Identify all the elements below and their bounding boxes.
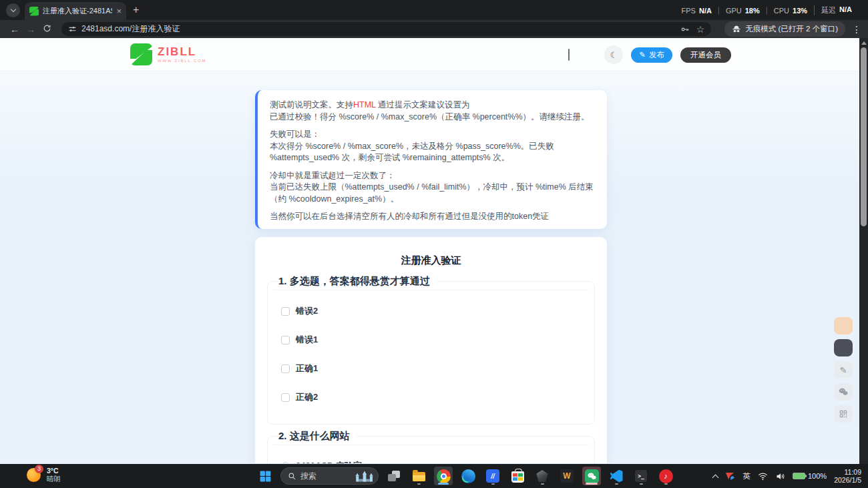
netease-music-button[interactable]: ♪ — [656, 467, 675, 485]
start-button[interactable] — [256, 467, 274, 485]
publish-button[interactable]: ✎ 发布 — [631, 47, 672, 63]
question-1: 1. 多选题，答案都得悬赏才算通过 错误2 错误1 正确1 正确2 — [267, 275, 595, 425]
system-tray: 英 100% 11:09 2026/1/5 — [713, 464, 861, 488]
microsoft-store-button[interactable] — [508, 467, 527, 485]
search-highlight-image[interactable] — [354, 471, 375, 482]
folder-icon — [413, 472, 425, 481]
notice-text: 已通过校验！得分 %score% / %max_score%（正确率 %perc… — [270, 112, 590, 121]
q2-option-1[interactable]: 2481ASD 实验室 — [281, 460, 581, 463]
verification-form-card: 注册准入验证 1. 多选题，答案都得悬赏才算通过 错误2 错误1 正确1 正确2… — [255, 237, 607, 463]
checkbox[interactable] — [281, 364, 290, 373]
q1-option-3-label: 正确1 — [296, 362, 318, 375]
wechat-app-icon — [585, 469, 599, 483]
checkbox[interactable] — [281, 336, 290, 344]
incognito-label: 无痕模式 (已打开 2 个窗口) — [745, 24, 838, 34]
checkbox[interactable] — [281, 393, 290, 402]
prism-app-button[interactable] — [533, 467, 552, 485]
radio-button[interactable] — [281, 462, 290, 464]
reload-button[interactable] — [39, 24, 55, 35]
address-bar[interactable]: 2481asd.com/注册准入验证 ☆ — [61, 22, 711, 36]
taskbar-center: 搜索 // W >_ ♪ — [256, 464, 675, 488]
incognito-indicator[interactable]: 无痕模式 (已打开 2 个窗口) — [724, 21, 845, 37]
q1-option-4[interactable]: 正确2 — [281, 391, 581, 403]
speaker-icon[interactable] — [775, 471, 785, 481]
q1-option-1-label: 错误2 — [296, 305, 318, 317]
weather-widget[interactable]: 3 3°C 晴朗 — [27, 467, 61, 483]
search-icon — [288, 472, 296, 481]
incognito-icon — [732, 25, 741, 34]
edit-float-button[interactable]: ✎ — [834, 361, 853, 379]
tab-close-icon[interactable]: × — [116, 7, 122, 15]
browser-menu-icon[interactable]: ⋮ — [852, 24, 861, 35]
chrome-button[interactable] — [434, 467, 453, 485]
ime-indicator[interactable]: 英 — [742, 471, 750, 481]
dark-mode-toggle[interactable]: ☾ — [604, 45, 623, 64]
logo-z-icon — [130, 43, 152, 65]
tray-app-icon[interactable] — [725, 471, 735, 481]
microsoft-store-icon — [511, 471, 524, 483]
chevron-down-icon — [10, 7, 15, 12]
notice-card: 测试前说明文案。支持HTML 通过提示文案建议设置为 已通过校验！得分 %sco… — [255, 90, 607, 229]
vscode-button[interactable] — [607, 467, 626, 485]
dark-swatch-button[interactable] — [834, 339, 853, 356]
edge-button[interactable] — [459, 467, 477, 485]
site-settings-icon[interactable] — [68, 25, 77, 33]
cpu-label: CPU — [774, 7, 789, 15]
question-separator — [273, 445, 589, 445]
browser-tab[interactable]: 注册准入验证-2481ASD 实验室 × — [25, 2, 126, 20]
wechat-contact-button[interactable] — [834, 383, 853, 401]
terminal-button[interactable]: >_ — [632, 467, 650, 485]
prism-app-icon — [536, 470, 549, 482]
question-2-title: 2. 这是什么网站 — [278, 430, 357, 443]
battery-indicator[interactable]: 100% — [793, 472, 827, 480]
edge-icon — [461, 469, 475, 483]
task-view-icon — [388, 471, 400, 481]
notice-paragraph-2: 失败可以是： 本次得分 %score% / %max_score%，未达及格分 … — [270, 129, 594, 164]
pencil-icon: ✎ — [639, 50, 646, 59]
taskbar-search-box[interactable]: 搜索 — [280, 467, 379, 485]
bookmark-star-icon[interactable]: ☆ — [696, 24, 705, 35]
wechat-button[interactable] — [582, 467, 601, 485]
browser-tab-strip: 注册准入验证-2481ASD 实验室 × + FPSN/A GPU18% CPU… — [0, 0, 868, 20]
forward-button[interactable]: → — [23, 24, 39, 35]
password-key-icon[interactable] — [680, 25, 690, 34]
terminal-icon: >_ — [634, 469, 648, 483]
windows-logo-icon — [259, 470, 272, 483]
back-button[interactable]: ← — [7, 24, 23, 35]
notice-text: 测试前说明文案。支持 — [270, 100, 353, 109]
q1-option-1[interactable]: 错误2 — [281, 305, 581, 317]
performance-monitor: FPSN/A GPU18% CPU13% 延迟N/A — [675, 5, 859, 15]
open-membership-button[interactable]: 开通会员 — [680, 47, 731, 63]
clock-date: 2026/1/5 — [834, 476, 861, 484]
file-explorer-button[interactable] — [409, 467, 428, 485]
q1-option-3[interactable]: 正确1 — [281, 362, 581, 375]
notice-text: 失败可以是： — [270, 130, 320, 139]
fps-value: N/A — [699, 7, 712, 15]
checkbox[interactable] — [281, 307, 290, 316]
question-separator — [273, 290, 589, 290]
wps-office-button[interactable]: W — [558, 467, 576, 485]
music-note-icon: ♪ — [659, 469, 673, 483]
notice-html-red-text: HTML — [353, 100, 376, 109]
tab-search-button[interactable] — [6, 3, 20, 17]
avatar-swatch-button[interactable] — [834, 317, 853, 334]
scrollbar-thumb[interactable] — [861, 47, 867, 226]
site-header: ZIBLL WWW.ZIBLL.COM ☾ ✎ 发布 开通会员 — [0, 38, 868, 71]
tray-chevron-up-icon[interactable] — [712, 474, 719, 481]
q1-option-2[interactable]: 错误1 — [281, 334, 581, 346]
page-scrollbar[interactable] — [859, 38, 868, 464]
weather-badge: 3 — [35, 465, 43, 473]
moon-icon: ☾ — [610, 50, 618, 60]
floating-action-column: ✎ — [834, 317, 853, 423]
taskbar-clock[interactable]: 11:09 2026/1/5 — [834, 468, 861, 485]
page-body: 测试前说明文案。支持HTML 通过提示文案建议设置为 已通过校验！得分 %sco… — [0, 71, 868, 463]
site-logo[interactable]: ZIBLL WWW.ZIBLL.COM — [130, 43, 206, 65]
blue-slash-app-button[interactable]: // — [483, 467, 502, 485]
search-placeholder: 搜索 — [300, 471, 350, 482]
new-tab-button[interactable]: + — [133, 4, 139, 16]
qr-code-button[interactable] — [834, 405, 853, 423]
task-view-button[interactable] — [385, 467, 403, 485]
wifi-icon[interactable] — [758, 471, 768, 481]
url-text[interactable]: 2481asd.com/注册准入验证 — [81, 23, 676, 35]
scrollbar-up-arrow[interactable] — [861, 41, 867, 45]
